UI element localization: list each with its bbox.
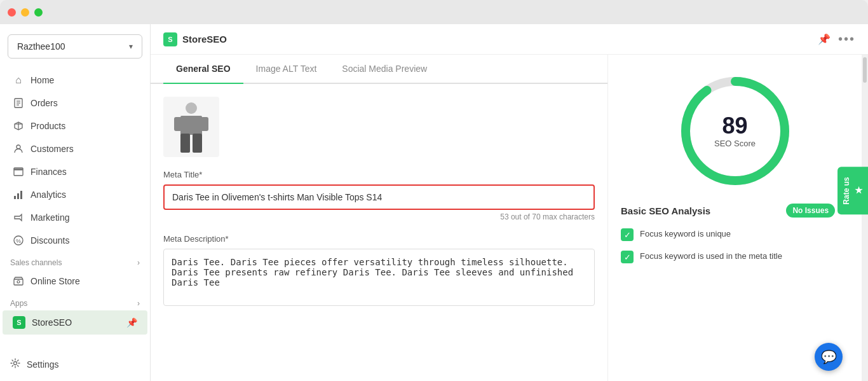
left-panel: General SEO Image ALT Text Social Media … bbox=[151, 55, 607, 381]
home-icon: ⌂ bbox=[13, 74, 24, 86]
pin-icon: 📌 bbox=[126, 317, 137, 328]
storeseo-logo: S bbox=[163, 32, 177, 46]
apps-section: Apps › bbox=[0, 293, 150, 310]
storeseo-app-icon: S bbox=[13, 316, 25, 329]
right-panel: 89 SEO Score Basic SEO Analysis No Issue… bbox=[607, 55, 862, 381]
chat-bubble-button[interactable]: 💬 bbox=[815, 343, 843, 371]
analysis-text-unique: Focus keyword is unique bbox=[640, 228, 731, 240]
check-icon-title: ✓ bbox=[621, 251, 634, 263]
svg-rect-18 bbox=[180, 116, 202, 135]
tab-social-media-preview[interactable]: Social Media Preview bbox=[329, 55, 440, 84]
sidebar-label-finances: Finances bbox=[31, 167, 67, 177]
svg-text:%: % bbox=[16, 238, 21, 244]
sidebar-item-discounts[interactable]: % Discounts bbox=[3, 229, 147, 252]
sidebar-item-marketing[interactable]: Marketing bbox=[3, 206, 147, 229]
minimize-button[interactable] bbox=[21, 8, 29, 17]
seo-score-number: 89 bbox=[714, 114, 756, 137]
apps-expand-icon[interactable]: › bbox=[137, 299, 140, 308]
sidebar-item-storeseo[interactable]: S StoreSEO 📌 bbox=[3, 310, 147, 335]
sidebar-label-analytics: Analytics bbox=[31, 190, 66, 200]
app-container: Razthee100 ▾ ⌂ Home Orders Products Cust… bbox=[0, 24, 868, 381]
sidebar-label-products: Products bbox=[31, 121, 65, 131]
scrollbar[interactable] bbox=[862, 55, 868, 381]
sidebar-label-discounts: Discounts bbox=[31, 235, 69, 246]
sidebar-label-settings: Settings bbox=[27, 359, 59, 370]
store-name: Razthee100 bbox=[17, 41, 65, 52]
svg-rect-9 bbox=[14, 196, 16, 199]
rate-us-label: Rate us bbox=[842, 177, 851, 204]
product-image bbox=[163, 97, 219, 157]
analysis-item-keyword-in-title: ✓ Focus keyword is used in the meta titl… bbox=[621, 250, 849, 263]
chevron-down-icon: ▾ bbox=[129, 42, 133, 51]
svg-rect-10 bbox=[17, 193, 19, 199]
chat-icon: 💬 bbox=[821, 349, 837, 364]
circle-inner: 89 SEO Score bbox=[714, 114, 756, 148]
svg-rect-20 bbox=[201, 117, 208, 131]
meta-description-label: Meta Description* bbox=[163, 234, 595, 244]
svg-point-16 bbox=[14, 362, 17, 365]
meta-title-input[interactable] bbox=[163, 184, 595, 210]
sidebar-label-customers: Customers bbox=[31, 144, 74, 154]
main-panel: General SEO Image ALT Text Social Media … bbox=[151, 55, 868, 381]
meta-description-group: Meta Description* bbox=[163, 234, 595, 308]
svg-rect-11 bbox=[20, 191, 22, 199]
sidebar-item-analytics[interactable]: Analytics bbox=[3, 183, 147, 206]
sidebar-item-settings[interactable]: Settings bbox=[0, 352, 150, 376]
svg-rect-19 bbox=[174, 117, 182, 131]
discounts-icon: % bbox=[13, 235, 24, 246]
analysis-title: Basic SEO Analysis bbox=[621, 205, 710, 216]
no-issues-badge: No Issues bbox=[786, 204, 835, 218]
sidebar-item-finances[interactable]: Finances bbox=[3, 160, 147, 183]
seo-score-chart: 89 SEO Score bbox=[678, 74, 792, 188]
tab-general-seo[interactable]: General SEO bbox=[163, 55, 243, 84]
expand-icon[interactable]: › bbox=[137, 258, 140, 267]
sidebar-label-online-store: Online Store bbox=[31, 276, 80, 286]
sidebar-label-orders: Orders bbox=[31, 98, 58, 108]
svg-rect-21 bbox=[180, 134, 190, 153]
meta-title-group: Meta Title* 53 out of 70 max characters bbox=[163, 170, 595, 221]
meta-description-input[interactable] bbox=[163, 249, 595, 306]
sidebar-item-products[interactable]: Products bbox=[3, 114, 147, 137]
seo-score-container: 89 SEO Score bbox=[621, 74, 849, 188]
pin-button[interactable]: 📌 bbox=[818, 33, 831, 45]
sidebar-item-online-store[interactable]: Online Store bbox=[3, 270, 147, 293]
customers-icon bbox=[13, 143, 24, 155]
check-icon-unique: ✓ bbox=[621, 228, 634, 241]
sidebar-label-marketing: Marketing bbox=[31, 212, 69, 223]
online-store-icon bbox=[13, 275, 24, 287]
sidebar-item-orders[interactable]: Orders bbox=[3, 92, 147, 114]
sidebar-item-home[interactable]: ⌂ Home bbox=[3, 69, 147, 92]
sales-channels-section: Sales channels › bbox=[0, 252, 150, 270]
finances-icon bbox=[13, 166, 24, 177]
analysis-text-title: Focus keyword is used in the meta title bbox=[640, 250, 782, 263]
meta-title-label: Meta Title* bbox=[163, 170, 595, 179]
storeseo-label: StoreSEO bbox=[32, 317, 72, 328]
seo-score-label: SEO Score bbox=[714, 139, 756, 148]
star-icon: ★ bbox=[853, 185, 864, 195]
content-topbar: S StoreSEO 📌 ••• bbox=[151, 24, 868, 55]
app-title: StoreSEO bbox=[182, 34, 227, 45]
sidebar-label-home: Home bbox=[31, 75, 54, 85]
sidebar-item-customers[interactable]: Customers bbox=[3, 137, 147, 160]
svg-rect-14 bbox=[14, 279, 23, 285]
settings-icon bbox=[10, 358, 20, 370]
maximize-button[interactable] bbox=[34, 8, 43, 17]
sidebar: Razthee100 ▾ ⌂ Home Orders Products Cust… bbox=[0, 24, 151, 381]
store-selector[interactable]: Razthee100 ▾ bbox=[8, 34, 142, 59]
analysis-header: Basic SEO Analysis No Issues ▲ bbox=[621, 204, 849, 218]
svg-point-17 bbox=[186, 102, 197, 114]
scroll-thumb bbox=[863, 57, 867, 83]
products-icon bbox=[13, 120, 24, 132]
svg-point-15 bbox=[17, 281, 20, 283]
more-button[interactable]: ••• bbox=[838, 32, 855, 46]
tab-image-alt-text[interactable]: Image ALT Text bbox=[243, 55, 330, 84]
analysis-item-unique-keyword: ✓ Focus keyword is unique bbox=[621, 228, 849, 241]
analytics-icon bbox=[13, 189, 24, 200]
char-count: 53 out of 70 max characters bbox=[163, 212, 595, 221]
close-button[interactable] bbox=[8, 8, 16, 17]
svg-rect-22 bbox=[193, 134, 202, 153]
orders-icon bbox=[13, 97, 24, 109]
topbar-right: 📌 ••• bbox=[818, 32, 855, 46]
rate-us-button[interactable]: ★ Rate us bbox=[837, 167, 868, 214]
topbar-left: S StoreSEO bbox=[163, 32, 227, 46]
